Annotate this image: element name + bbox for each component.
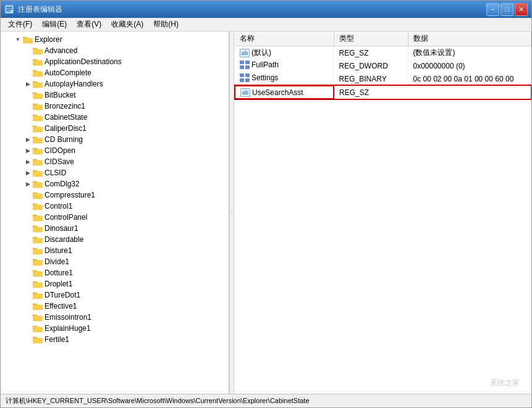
tree-item[interactable]: ▶ CLSID [1,167,229,178]
folder-icon [33,80,43,88]
main-window: 注册表编辑器 − □ ✕ 文件(F) 编辑(E) 查看(V) 收藏夹(A) 帮助… [0,0,532,408]
tree-item[interactable]: Bronzezinc1 [1,101,229,112]
cell-name: ab (默认) [235,46,334,60]
tree-item[interactable]: ApplicationDestinations [1,56,229,67]
expander-icon [23,57,33,67]
svg-rect-9 [245,73,250,77]
close-button[interactable]: ✕ [515,3,528,16]
tree-item-label: Divide1 [44,257,69,266]
svg-rect-10 [240,78,244,82]
tree-item-label: DTureDot1 [44,291,80,299]
tree-item-label: CaliperDisc1 [44,124,87,133]
cell-name: Settings [235,72,334,86]
tree-item[interactable]: Advanced [1,45,229,56]
expander-icon [23,268,33,278]
tree-item[interactable]: Control1 [1,201,229,212]
tree-item[interactable]: Dinosaur1 [1,223,229,234]
tree-item[interactable]: Effective1 [1,301,229,312]
registry-tree[interactable]: ▼ Explorer Advanced ApplicationDestinati… [1,31,229,394]
folder-icon [33,213,43,222]
tree-item[interactable]: ControlPanel [1,212,229,223]
table-row[interactable]: ab UseSearchAsstREG_SZ [235,86,531,99]
expander-icon [23,279,33,289]
panel-splitter[interactable]: ⋮ [229,31,234,394]
tree-item[interactable]: ▶ AutoplayHandlers [1,78,229,90]
col-type: 类型 [334,31,408,46]
tree-item[interactable]: ▶ ComDlg32 [1,178,229,189]
minimize-button[interactable]: − [486,3,499,16]
cell-data: 0c 00 02 00 0a 01 00 00 60 00 [408,72,531,86]
grid-icon [240,60,250,69]
folder-icon [33,235,43,244]
tree-item[interactable]: Droplet1 [1,278,229,289]
cell-name: ab UseSearchAsst [235,86,334,99]
registry-values-table[interactable]: 名称 类型 数据 ab (默认)REG_SZ(数值未设置) FullPathRE… [234,31,531,394]
tree-item-label: Disture1 [44,246,72,255]
tree-item[interactable]: DTureDot1 [1,289,229,301]
status-bar: 计算机\HKEY_CURRENT_USER\Software\Microsoft… [1,394,531,407]
expander-icon [23,123,33,133]
maximize-button[interactable]: □ [500,3,513,16]
tree-item[interactable]: ExplainHuge1 [1,323,229,334]
expander-icon: ▶ [23,135,33,144]
tree-item[interactable]: Emissointron1 [1,312,229,323]
value-name: UseSearchAsst [252,88,303,97]
reg-icon: Settings [240,73,278,82]
tree-item[interactable]: Disture1 [1,245,229,256]
expander-icon [23,290,33,300]
reg-icon: ab (默认) [240,48,271,58]
menu-favorites[interactable]: 收藏夹(A) [106,18,148,31]
menu-file[interactable]: 文件(F) [3,18,37,31]
tree-item[interactable]: ▶ CIDSave [1,156,229,167]
tree-item[interactable]: BitBucket [1,90,229,101]
tree-item[interactable]: Discardable [1,234,229,245]
ab-icon: ab [240,49,250,57]
expander-icon [23,257,33,267]
table-row[interactable]: FullPathREG_DWORD0x00000000 (0) [235,59,531,72]
tree-item-label: AutoComplete [44,69,91,77]
tree-item-label: CD Burning [44,135,83,144]
tree-item[interactable]: Fertile1 [1,334,229,345]
menu-edit[interactable]: 编辑(E) [37,18,72,31]
folder-icon [33,69,43,77]
detail-panel: 名称 类型 数据 ab (默认)REG_SZ(数值未设置) FullPathRE… [234,31,531,394]
tree-item-label: ExplainHuge1 [44,324,91,333]
tree-item[interactable]: CaliperDisc1 [1,123,229,134]
svg-rect-2 [6,9,12,10]
expander-icon [23,246,33,256]
svg-rect-3 [6,10,11,12]
reg-icon: FullPath [240,60,279,69]
svg-rect-6 [240,65,244,69]
cell-type: REG_SZ [334,46,408,60]
tree-item-label: ApplicationDestinations [44,57,122,66]
folder-icon [33,269,43,277]
tree-item-label: Dotture1 [44,269,73,277]
tree-item-label: AutoplayHandlers [44,80,103,88]
expander-icon: ▶ [23,146,33,156]
svg-rect-11 [245,78,250,82]
folder-icon [33,224,43,233]
tree-item[interactable]: ▶ CD Burning [1,134,229,145]
folder-icon [33,191,43,199]
tree-item[interactable]: Compressture1 [1,189,229,201]
cell-name: FullPath [235,59,334,72]
menu-help[interactable]: 帮助(H) [148,18,184,31]
table-header: 名称 类型 数据 [235,31,531,46]
tree-item[interactable]: Dotture1 [1,267,229,278]
svg-rect-8 [240,73,244,77]
menu-view[interactable]: 查看(V) [72,18,106,31]
tree-item[interactable]: Divide1 [1,256,229,267]
tree-item-explorer[interactable]: ▼ Explorer [1,34,229,45]
folder-icon [33,46,43,55]
table-row[interactable]: ab (默认)REG_SZ(数值未设置) [235,46,531,60]
cell-data: 0x00000000 (0) [408,59,531,72]
status-text: 计算机\HKEY_CURRENT_USER\Software\Microsoft… [6,396,310,406]
tree-item-label: Control1 [44,202,72,210]
table-row[interactable]: SettingsREG_BINARY0c 00 02 00 0a 01 00 0… [235,72,531,86]
table-body: ab (默认)REG_SZ(数值未设置) FullPathREG_DWORD0x… [235,46,531,99]
expander-icon: ▼ [13,35,23,44]
tree-item[interactable]: AutoComplete [1,67,229,78]
tree-item[interactable]: ▶ CIDOpen [1,145,229,156]
tree-item[interactable]: CabinetState [1,112,229,123]
tree-item-label: Effective1 [44,302,77,310]
